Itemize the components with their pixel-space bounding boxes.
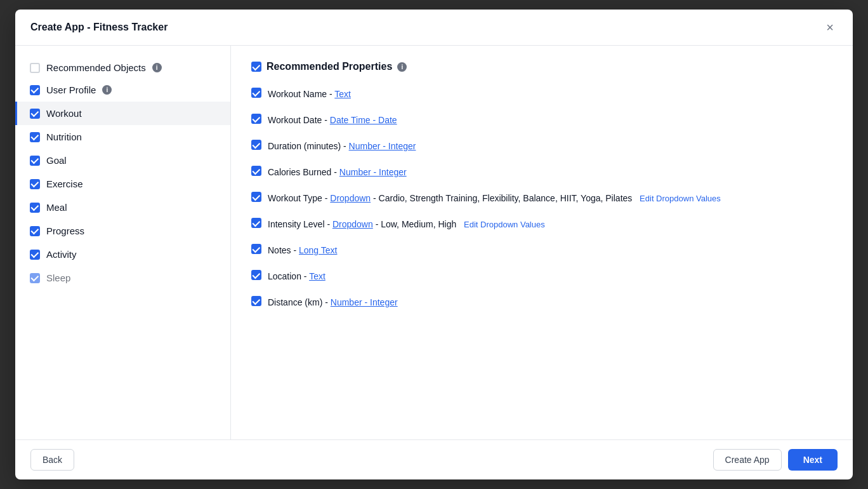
workout-date-checkbox[interactable]	[251, 114, 261, 124]
distance-checkbox[interactable]	[251, 296, 261, 306]
property-row-distance: Distance (km) - Number - Integer	[251, 296, 832, 309]
notes-text: Notes - Long Text	[268, 244, 337, 257]
modal-title: Create App - Fitness Tracker	[30, 22, 168, 33]
sidebar-item-meal-label: Meal	[46, 202, 67, 213]
modal-footer: Back Create App Next	[15, 439, 853, 479]
intensity-level-type-link[interactable]: Dropdown	[332, 219, 373, 229]
section-header: Recommended Properties i	[251, 61, 832, 72]
sidebar-item-user-profile[interactable]: User Profile i	[15, 78, 230, 102]
sidebar-item-workout-label: Workout	[46, 108, 82, 119]
sidebar-item-progress-label: Progress	[46, 225, 84, 236]
meal-checkbox[interactable]	[30, 203, 40, 213]
sidebar-item-sleep[interactable]: Sleep	[15, 266, 230, 290]
back-button[interactable]: Back	[30, 449, 74, 471]
location-text: Location - Text	[268, 270, 326, 283]
nutrition-checkbox[interactable]	[30, 132, 40, 142]
location-checkbox[interactable]	[251, 270, 261, 280]
user-profile-checkbox[interactable]	[30, 85, 40, 95]
sidebar: Recommended Objects i User Profile i Wor…	[15, 46, 231, 439]
duration-text: Duration (minutes) - Number - Integer	[268, 140, 416, 153]
workout-date-type-link[interactable]: Date Time - Date	[330, 115, 397, 125]
workout-type-checkbox[interactable]	[251, 192, 261, 202]
property-row-intensity-level: Intensity Level - Dropdown - Low, Medium…	[251, 218, 832, 231]
sidebar-item-user-profile-label: User Profile	[46, 84, 96, 95]
sidebar-item-recommended-objects[interactable]: Recommended Objects i	[15, 56, 230, 78]
create-app-modal: Create App - Fitness Tracker × Recommend…	[15, 10, 853, 479]
workout-name-checkbox[interactable]	[251, 88, 261, 98]
close-button[interactable]: ×	[822, 20, 838, 35]
sidebar-item-exercise[interactable]: Exercise	[15, 172, 230, 196]
property-row-workout-type: Workout Type - Dropdown - Cardio, Streng…	[251, 192, 832, 205]
intensity-level-text: Intensity Level - Dropdown - Low, Medium…	[268, 218, 545, 231]
recommended-objects-checkbox[interactable]	[30, 63, 40, 73]
goal-checkbox[interactable]	[30, 156, 40, 166]
content-area: Recommended Properties i Workout Name - …	[231, 46, 853, 439]
recommended-properties-checkbox[interactable]	[251, 62, 261, 72]
sidebar-item-sleep-label: Sleep	[46, 272, 70, 283]
workout-type-link[interactable]: Dropdown	[330, 193, 371, 203]
workout-name-type-link[interactable]: Text	[334, 89, 351, 99]
distance-type-link[interactable]: Number - Integer	[331, 297, 398, 307]
exercise-checkbox[interactable]	[30, 179, 40, 189]
calories-burned-type-link[interactable]: Number - Integer	[339, 167, 407, 177]
sleep-checkbox[interactable]	[30, 273, 40, 283]
property-row-notes: Notes - Long Text	[251, 244, 832, 257]
activity-checkbox[interactable]	[30, 250, 40, 260]
location-type-link[interactable]: Text	[309, 271, 326, 281]
recommended-properties-info-icon[interactable]: i	[397, 62, 407, 72]
notes-type-link[interactable]: Long Text	[299, 245, 337, 255]
progress-checkbox[interactable]	[30, 226, 40, 236]
intensity-level-checkbox[interactable]	[251, 218, 261, 228]
sidebar-item-goal[interactable]: Goal	[15, 149, 230, 172]
workout-type-edit-link[interactable]: Edit Dropdown Values	[640, 194, 721, 203]
modal-body: Recommended Objects i User Profile i Wor…	[15, 46, 853, 439]
sidebar-item-nutrition[interactable]: Nutrition	[15, 125, 230, 149]
workout-date-text: Workout Date - Date Time - Date	[268, 114, 397, 127]
section-title: Recommended Properties	[266, 61, 392, 72]
footer-right-buttons: Create App Next	[713, 449, 838, 471]
workout-checkbox[interactable]	[30, 109, 40, 119]
duration-checkbox[interactable]	[251, 140, 261, 150]
recommended-objects-label: Recommended Objects	[46, 62, 146, 73]
intensity-level-edit-link[interactable]: Edit Dropdown Values	[464, 220, 545, 229]
create-app-button[interactable]: Create App	[713, 449, 782, 471]
workout-type-text: Workout Type - Dropdown - Cardio, Streng…	[268, 192, 721, 205]
sidebar-item-workout[interactable]: Workout	[15, 102, 230, 125]
next-button[interactable]: Next	[788, 449, 838, 471]
calories-burned-checkbox[interactable]	[251, 166, 261, 176]
duration-type-link[interactable]: Number - Integer	[349, 141, 416, 151]
property-row-duration: Duration (minutes) - Number - Integer	[251, 140, 832, 153]
notes-checkbox[interactable]	[251, 244, 261, 254]
workout-name-text: Workout Name - Text	[268, 88, 351, 101]
distance-text: Distance (km) - Number - Integer	[268, 296, 398, 309]
modal-header: Create App - Fitness Tracker ×	[15, 10, 853, 46]
sidebar-item-progress[interactable]: Progress	[15, 219, 230, 243]
sidebar-item-nutrition-label: Nutrition	[46, 131, 82, 142]
sidebar-item-activity-label: Activity	[46, 249, 77, 260]
property-row-workout-date: Workout Date - Date Time - Date	[251, 114, 832, 127]
sidebar-item-goal-label: Goal	[46, 155, 67, 166]
property-row-workout-name: Workout Name - Text	[251, 88, 832, 101]
user-profile-info-icon[interactable]: i	[102, 85, 112, 95]
calories-burned-text: Calories Burned - Number - Integer	[268, 166, 407, 179]
recommended-objects-info-icon[interactable]: i	[152, 63, 162, 72]
sidebar-item-exercise-label: Exercise	[46, 178, 83, 189]
sidebar-item-meal[interactable]: Meal	[15, 196, 230, 219]
modal-overlay: Create App - Fitness Tracker × Recommend…	[0, 0, 868, 489]
sidebar-item-activity[interactable]: Activity	[15, 243, 230, 266]
property-row-location: Location - Text	[251, 270, 832, 283]
property-row-calories-burned: Calories Burned - Number - Integer	[251, 166, 832, 179]
